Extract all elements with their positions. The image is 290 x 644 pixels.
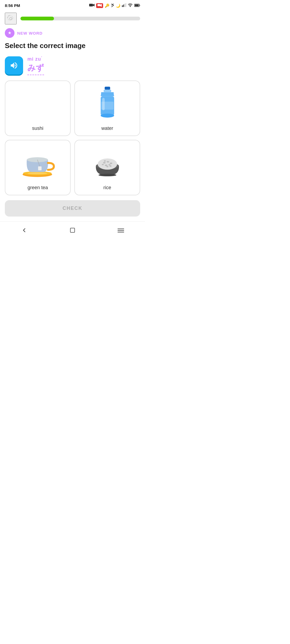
romaji-text: mi zuˈ <box>27 56 44 62</box>
home-icon <box>70 227 75 233</box>
camera-icon <box>89 3 95 8</box>
wifi-icon <box>128 3 133 8</box>
water-label: water <box>101 126 113 131</box>
svg-point-24 <box>27 172 47 174</box>
bluetooth-icon <box>111 3 114 8</box>
svg-point-33 <box>106 166 108 167</box>
back-button[interactable] <box>16 225 32 237</box>
svg-rect-14 <box>104 90 111 92</box>
check-btn-container: CHECK <box>0 200 145 221</box>
new-word-row: NEW WORD <box>0 28 145 41</box>
settings-button[interactable] <box>5 13 17 24</box>
battery-icon <box>134 3 140 8</box>
green-tea-card[interactable]: green tea <box>5 140 71 195</box>
new-word-icon <box>5 28 15 38</box>
svg-rect-23 <box>38 166 41 170</box>
svg-point-16 <box>100 114 114 118</box>
status-bar: 8:56 PM 🔑 🌙 <box>0 0 145 10</box>
bottom-nav <box>0 221 145 241</box>
image-grid: sushi water <box>0 80 145 200</box>
kanji-text: みず <box>27 63 44 74</box>
rice-label: rice <box>103 185 111 191</box>
svg-rect-2 <box>97 4 100 6</box>
svg-point-35 <box>104 160 106 162</box>
svg-rect-6 <box>124 4 125 7</box>
kanji-underline <box>27 75 44 75</box>
gear-icon <box>6 14 15 23</box>
sushi-card[interactable]: sushi <box>5 80 71 136</box>
back-icon <box>21 227 27 233</box>
svg-rect-5 <box>123 5 124 7</box>
svg-point-8 <box>130 6 131 7</box>
home-button[interactable] <box>65 226 80 236</box>
kanji-row: みず <box>27 63 44 74</box>
top-controls <box>0 10 145 28</box>
svg-rect-13 <box>104 87 110 90</box>
svg-rect-10 <box>135 4 139 6</box>
progress-bar-fill <box>20 17 54 20</box>
svg-point-29 <box>110 163 112 164</box>
svg-rect-11 <box>140 5 140 6</box>
speaker-button[interactable] <box>5 56 23 75</box>
check-button[interactable]: CHECK <box>5 200 140 217</box>
sushi-image-area <box>8 85 67 123</box>
rice-bowl-image <box>91 150 124 177</box>
sushi-label: sushi <box>32 126 43 131</box>
svg-point-26 <box>97 159 117 170</box>
svg-point-36 <box>98 174 116 177</box>
water-card[interactable]: water <box>74 80 140 136</box>
svg-point-32 <box>102 164 104 165</box>
rice-image-area <box>78 145 137 182</box>
menu-icon <box>118 228 124 233</box>
moon-icon: 🌙 <box>116 3 120 8</box>
status-icons: 🔑 🌙 <box>89 3 140 8</box>
word-text-area: mi zuˈ みず <box>27 56 44 75</box>
tea-cup-image <box>20 149 55 178</box>
romaji-accent: ˈ <box>41 56 42 60</box>
signal-icon <box>122 3 126 8</box>
star-icon <box>7 30 12 36</box>
svg-marker-1 <box>93 4 95 6</box>
key-icon: 🔑 <box>105 3 109 8</box>
instruction-text: Select the correct image <box>0 41 145 55</box>
svg-rect-18 <box>101 102 113 110</box>
water-image-area <box>78 85 137 123</box>
green-tea-image-area <box>8 145 67 182</box>
rec-badge <box>96 3 103 8</box>
speaker-icon <box>10 61 18 70</box>
svg-rect-0 <box>89 4 93 6</box>
progress-bar-container <box>20 17 140 20</box>
green-tea-label: green tea <box>27 185 48 191</box>
svg-rect-37 <box>70 228 75 232</box>
word-display: mi zuˈ みず <box>0 55 145 80</box>
svg-marker-3 <box>100 4 102 7</box>
rice-card[interactable]: rice <box>74 140 140 195</box>
svg-rect-4 <box>122 5 123 7</box>
svg-point-31 <box>108 164 110 166</box>
menu-button[interactable] <box>113 226 129 236</box>
svg-point-34 <box>109 166 111 167</box>
water-bottle-image <box>95 87 119 122</box>
svg-point-27 <box>103 162 106 164</box>
svg-point-30 <box>105 164 107 166</box>
time-display: 8:56 PM <box>5 3 20 8</box>
svg-rect-7 <box>126 3 126 7</box>
svg-point-28 <box>107 161 109 163</box>
new-word-label: NEW WORD <box>17 31 43 35</box>
